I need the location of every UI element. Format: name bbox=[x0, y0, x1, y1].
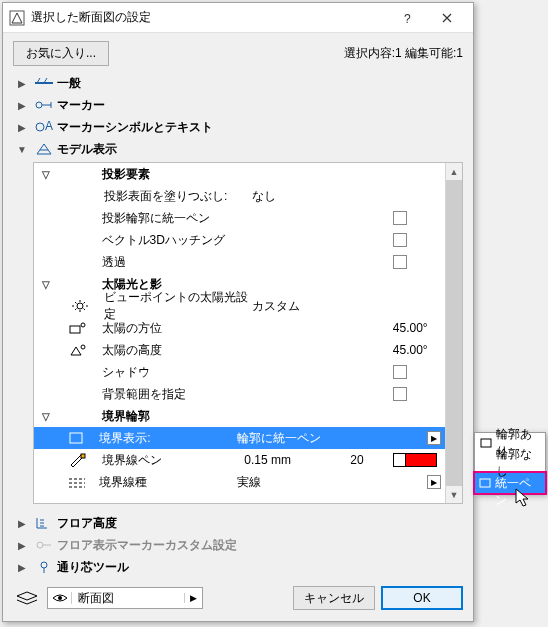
collapse-icon[interactable]: ▽ bbox=[34, 279, 58, 290]
svg-point-3 bbox=[36, 102, 42, 108]
group-marker-symbol[interactable]: ▶ A マーカーシンボルとテキスト bbox=[13, 116, 463, 138]
marker-icon bbox=[31, 98, 57, 112]
vertical-scrollbar[interactable]: ▲ ▼ bbox=[445, 163, 462, 503]
pen-icon bbox=[57, 453, 99, 467]
boundary-display-popup: 輪郭あり 輪郭なし 輪郭に統一ペン bbox=[474, 432, 546, 494]
svg-point-8 bbox=[81, 323, 85, 327]
row-background[interactable]: 背景範囲を指定 bbox=[34, 383, 445, 405]
group-label: フロア表示マーカーカスタム設定 bbox=[57, 537, 237, 554]
svg-point-9 bbox=[81, 345, 85, 349]
cancel-button[interactable]: キャンセル bbox=[293, 586, 375, 610]
group-floor-marker[interactable]: ▶ フロア表示マーカーカスタム設定 bbox=[13, 534, 463, 556]
group-label: 一般 bbox=[57, 75, 81, 92]
close-button[interactable] bbox=[427, 3, 467, 33]
row-boundary-pen[interactable]: 境界線ペン0.15 mm20 bbox=[34, 449, 445, 471]
checkbox[interactable] bbox=[393, 233, 407, 247]
help-button[interactable]: ? bbox=[387, 3, 427, 33]
favorites-button[interactable]: お気に入り... bbox=[13, 41, 109, 66]
model-display-icon bbox=[31, 142, 57, 156]
chevron-right-icon: ▶ bbox=[13, 122, 31, 133]
sun-icon bbox=[58, 299, 102, 313]
section-label: 投影要素 bbox=[102, 166, 150, 183]
row-proj-fill[interactable]: 投影表面を塗りつぶし:なし bbox=[34, 185, 445, 207]
chevron-right-icon: ▶ bbox=[13, 540, 31, 551]
dropdown-arrow-icon[interactable]: ▶ bbox=[427, 475, 441, 489]
group-label: マーカーシンボルとテキスト bbox=[57, 119, 213, 136]
azimuth-icon bbox=[57, 321, 99, 335]
row-vector3d[interactable]: ベクトル3Dハッチング bbox=[34, 229, 445, 251]
svg-rect-7 bbox=[70, 326, 80, 333]
bottom-groups: ▶ フロア高度 ▶ フロア表示マーカーカスタム設定 ▶ 通り芯ツール bbox=[13, 512, 463, 578]
popup-item-uniform-pen[interactable]: 輪郭に統一ペン bbox=[475, 473, 545, 493]
row-boundary-linetype[interactable]: 境界線種実線▶ bbox=[34, 471, 445, 493]
row-transparent[interactable]: 透過 bbox=[34, 251, 445, 273]
svg-point-13 bbox=[41, 562, 47, 568]
floor-marker-icon bbox=[31, 538, 57, 552]
checkbox[interactable] bbox=[393, 365, 407, 379]
svg-rect-16 bbox=[480, 479, 490, 487]
dialog-body: お気に入り... 選択内容:1 編集可能:1 ▶ 一般 ▶ マーカー ▶ A マ… bbox=[3, 33, 473, 621]
boundary-icon bbox=[56, 431, 97, 445]
settings-dialog: 選択した断面図の設定 ? お気に入り... 選択内容:1 編集可能:1 ▶ 一般… bbox=[2, 2, 474, 622]
selection-status: 選択内容:1 編集可能:1 bbox=[344, 45, 463, 62]
floor-height-icon bbox=[31, 516, 57, 530]
chevron-right-icon[interactable]: ▶ bbox=[184, 593, 202, 603]
group-label: モデル表示 bbox=[57, 141, 117, 158]
group-marker[interactable]: ▶ マーカー bbox=[13, 94, 463, 116]
row-boundary-display[interactable]: 境界表示:輪郭に統一ペン▶ bbox=[34, 427, 445, 449]
general-icon bbox=[31, 76, 57, 90]
pen-icon bbox=[479, 478, 491, 488]
chevron-right-icon: ▶ bbox=[13, 78, 31, 89]
dialog-title: 選択した断面図の設定 bbox=[31, 9, 387, 26]
row-sun-setting[interactable]: ビューポイントの太陽光設定カスタム bbox=[34, 295, 445, 317]
group-label: フロア高度 bbox=[57, 515, 117, 532]
titlebar: 選択した断面図の設定 ? bbox=[3, 3, 473, 33]
group-general[interactable]: ▶ 一般 bbox=[13, 72, 463, 94]
checkbox[interactable] bbox=[393, 387, 407, 401]
marker-symbol-icon: A bbox=[31, 120, 57, 134]
altitude-icon bbox=[57, 343, 99, 357]
combo-text: 断面図 bbox=[72, 590, 184, 607]
group-model-display[interactable]: ▼ モデル表示 bbox=[13, 138, 463, 160]
collapse-icon[interactable]: ▽ bbox=[34, 169, 58, 180]
scroll-down-button[interactable]: ▼ bbox=[446, 486, 462, 503]
group-grid-tool[interactable]: ▶ 通り芯ツール bbox=[13, 556, 463, 578]
row-proj-pen[interactable]: 投影輪郭に統一ペン bbox=[34, 207, 445, 229]
svg-rect-10 bbox=[70, 433, 82, 443]
linetype-icon bbox=[56, 475, 97, 489]
scroll-up-button[interactable]: ▲ bbox=[446, 163, 462, 180]
row-sun-altitude[interactable]: 太陽の高度45.00° bbox=[34, 339, 445, 361]
checkbox[interactable] bbox=[393, 255, 407, 269]
svg-rect-11 bbox=[81, 454, 85, 458]
layers-icon[interactable] bbox=[13, 588, 41, 608]
app-icon bbox=[9, 10, 25, 26]
color-swatch[interactable] bbox=[393, 453, 437, 467]
section-projection[interactable]: ▽ 投影要素 bbox=[34, 163, 445, 185]
group-floor-height[interactable]: ▶ フロア高度 bbox=[13, 512, 463, 534]
checkbox[interactable] bbox=[393, 211, 407, 225]
row-sun-azimuth[interactable]: 太陽の方位45.00° bbox=[34, 317, 445, 339]
group-label: マーカー bbox=[57, 97, 105, 114]
group-list: ▶ 一般 ▶ マーカー ▶ A マーカーシンボルとテキスト ▼ モデル表示 bbox=[13, 72, 463, 160]
svg-rect-15 bbox=[481, 439, 491, 447]
collapse-icon[interactable]: ▽ bbox=[34, 411, 58, 422]
grid-tool-icon bbox=[31, 560, 57, 574]
chevron-right-icon: ▶ bbox=[13, 518, 31, 529]
svg-point-6 bbox=[77, 303, 83, 309]
eye-icon bbox=[48, 592, 72, 604]
svg-point-14 bbox=[58, 596, 62, 600]
ok-button[interactable]: OK bbox=[381, 586, 463, 610]
svg-text:?: ? bbox=[404, 12, 411, 25]
section-boundary[interactable]: ▽ 境界輪郭 bbox=[34, 405, 445, 427]
scroll-thumb[interactable] bbox=[446, 180, 462, 486]
section-label: 境界輪郭 bbox=[102, 408, 150, 425]
svg-point-12 bbox=[37, 542, 43, 548]
svg-point-4 bbox=[36, 123, 44, 131]
view-type-combo[interactable]: 断面図 ▶ bbox=[47, 587, 203, 609]
outline-icon bbox=[479, 438, 492, 448]
chevron-right-icon: ▶ bbox=[13, 100, 31, 111]
chevron-down-icon: ▼ bbox=[13, 144, 31, 155]
group-label: 通り芯ツール bbox=[57, 559, 129, 576]
dropdown-arrow-icon[interactable]: ▶ bbox=[427, 431, 441, 445]
row-shadow[interactable]: シャドウ bbox=[34, 361, 445, 383]
